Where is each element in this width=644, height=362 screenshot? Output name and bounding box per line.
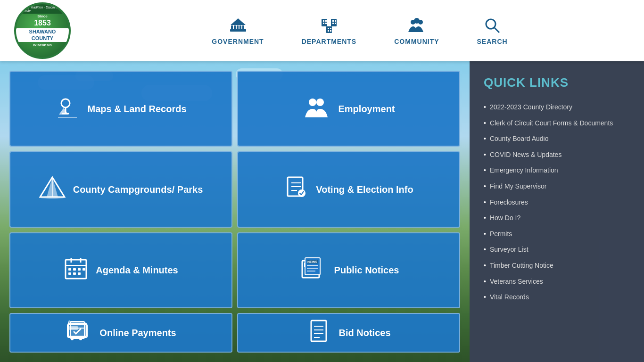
svg-rect-10 [323, 20, 324, 22]
county-name-badge: SHAWANO COUNTY [16, 28, 69, 41]
main-content: Maps & Land Records Employment [0, 61, 644, 362]
ql-item-vital-records[interactable]: Vital Records [484, 289, 630, 305]
nav-departments[interactable]: DEPARTMENTS [302, 16, 357, 45]
svg-rect-13 [335, 20, 336, 22]
nav-area: GOVERNMENT DEPARTMENTS [90, 16, 630, 45]
tile-public-notices-label: Public Notices [334, 264, 399, 276]
tile-campgrounds[interactable]: County Campgrounds/ Parks [9, 151, 232, 227]
tile-bid-notices-label: Bid Notices [339, 327, 390, 339]
svg-text:NEWS: NEWS [307, 260, 317, 263]
svg-point-33 [309, 99, 316, 106]
quick-links-list: 2022-2023 County Directory Clerk of Circ… [484, 99, 630, 305]
calendar-icon [64, 256, 88, 284]
svg-line-27 [494, 27, 499, 33]
svg-rect-22 [330, 30, 331, 32]
ql-link-surveyor-list[interactable]: Surveyor List [490, 245, 528, 255]
svg-rect-54 [73, 272, 76, 275]
tile-public-notices[interactable]: NEWS Public Notices [237, 232, 460, 308]
employment-icon [302, 95, 330, 123]
logo-area[interactable]: Honoring Tradition · Discovering Tomorro… [14, 2, 90, 59]
map-icon [55, 95, 80, 123]
logo-inner: Since 1853 SHAWANO COUNTY Wisconsin [16, 14, 69, 48]
ql-item-emergency-info[interactable]: Emergency Information [484, 163, 630, 179]
hero-area: Maps & Land Records Employment [0, 61, 470, 362]
tile-bid-notices[interactable]: Bid Notices [237, 313, 460, 353]
tile-agenda[interactable]: Agenda & Minutes [9, 232, 232, 308]
svg-rect-21 [328, 30, 329, 32]
ql-link-vital-records[interactable]: Vital Records [490, 293, 529, 302]
ql-item-timber-cutting[interactable]: Timber Cutting Notice [484, 258, 630, 274]
ql-item-permits[interactable]: Permits [484, 226, 630, 242]
svg-rect-55 [78, 272, 81, 275]
ql-item-find-supervisor[interactable]: Find My Supervisor [484, 179, 630, 195]
news-icon: NEWS [298, 256, 327, 284]
ql-link-foreclosures[interactable]: Foreclosures [490, 198, 528, 207]
svg-point-28 [61, 99, 70, 107]
svg-rect-14 [323, 23, 324, 24]
svg-rect-50 [68, 268, 71, 271]
svg-point-25 [414, 18, 420, 24]
ql-item-how-do-i[interactable]: How Do I? [484, 210, 630, 226]
svg-rect-52 [78, 268, 81, 271]
logo-tagline: Honoring Tradition · Discovering Tomorro… [16, 4, 69, 14]
tile-campgrounds-label: County Campgrounds/ Parks [73, 183, 203, 196]
comm-icon [407, 16, 426, 35]
ql-link-county-board-audio[interactable]: County Board Audio [490, 134, 549, 144]
nav-search-label: SEARCH [477, 38, 508, 45]
nav-government-label: GOVERNMENT [212, 38, 264, 45]
ql-link-veterans-services[interactable]: Veterans Services [490, 277, 543, 287]
ql-link-how-do-i[interactable]: How Do I? [490, 214, 520, 223]
svg-rect-17 [335, 23, 336, 24]
tent-icon [39, 175, 66, 204]
tile-voting-label: Voting & Election Info [316, 183, 413, 196]
svg-point-71 [71, 337, 74, 340]
svg-rect-7 [236, 22, 240, 24]
svg-rect-56 [83, 268, 85, 271]
nav-departments-label: DEPARTMENTS [302, 38, 357, 45]
nav-community[interactable]: COMMUNITY [394, 16, 439, 45]
gov-icon [229, 16, 248, 35]
ql-link-find-supervisor[interactable]: Find My Supervisor [490, 182, 547, 191]
svg-rect-20 [330, 28, 331, 29]
ql-item-county-directory[interactable]: 2022-2023 County Directory [484, 99, 630, 115]
ql-item-surveyor-list[interactable]: Surveyor List [484, 242, 630, 258]
nav-government[interactable]: GOVERNMENT [212, 16, 264, 45]
tile-online-payments-label: Online Payments [99, 327, 176, 339]
ql-item-veterans-services[interactable]: Veterans Services [484, 274, 630, 290]
ql-link-emergency-info[interactable]: Emergency Information [490, 166, 558, 175]
header: Honoring Tradition · Discovering Tomorro… [0, 0, 644, 61]
ql-link-county-directory[interactable]: 2022-2023 County Directory [490, 103, 572, 112]
svg-rect-19 [328, 28, 329, 29]
tile-employment[interactable]: Employment [237, 71, 460, 147]
quick-links-sidebar: QUICK LINKS 2022-2023 County Directory C… [470, 61, 644, 362]
svg-rect-4 [239, 25, 241, 30]
nav-search[interactable]: SEARCH [477, 16, 508, 45]
svg-rect-16 [332, 23, 334, 24]
logo[interactable]: Honoring Tradition · Discovering Tomorro… [14, 2, 71, 59]
ql-link-clerk-forms[interactable]: Clerk of Circuit Court Forms & Documents [490, 119, 613, 128]
tile-maps-land-records[interactable]: Maps & Land Records [9, 71, 232, 147]
dept-icon [320, 16, 339, 35]
svg-rect-12 [332, 20, 334, 22]
ql-link-permits[interactable]: Permits [490, 230, 512, 239]
quick-links-title: QUICK LINKS [484, 75, 630, 90]
ql-item-clerk-forms[interactable]: Clerk of Circuit Court Forms & Documents [484, 115, 630, 132]
svg-rect-11 [325, 20, 327, 22]
svg-rect-73 [311, 321, 326, 341]
svg-point-38 [40, 196, 65, 199]
ql-link-timber-cutting[interactable]: Timber Cutting Notice [490, 261, 553, 271]
ql-link-covid-news[interactable]: COVID News & Updates [490, 150, 562, 160]
svg-rect-51 [73, 268, 76, 271]
tile-agenda-label: Agenda & Minutes [96, 264, 178, 276]
tile-employment-label: Employment [338, 103, 395, 115]
nav-community-label: COMMUNITY [394, 38, 439, 45]
ql-item-county-board-audio[interactable]: County Board Audio [484, 131, 630, 147]
svg-rect-3 [237, 25, 239, 30]
ql-item-covid-news[interactable]: COVID News & Updates [484, 147, 630, 163]
ql-item-foreclosures[interactable]: Foreclosures [484, 195, 630, 211]
svg-rect-15 [325, 23, 327, 24]
tile-voting[interactable]: Voting & Election Info [237, 151, 460, 227]
cart-icon [66, 319, 92, 347]
tile-online-payments[interactable]: Online Payments [9, 313, 232, 353]
svg-point-34 [316, 99, 324, 106]
